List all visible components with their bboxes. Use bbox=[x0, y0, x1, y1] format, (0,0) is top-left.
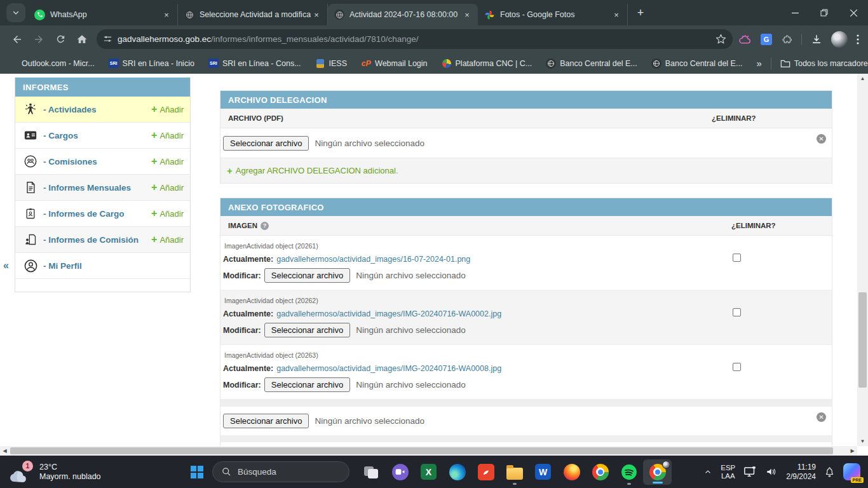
bookmark-banco-central-2[interactable]: Banco Central del E... bbox=[651, 58, 743, 69]
sidebar-item-informes-mensuales[interactable]: - Informes Mensuales +Añadir bbox=[15, 175, 190, 201]
site-settings-icon[interactable] bbox=[103, 34, 112, 44]
taskbar-search[interactable]: Búsqueda bbox=[212, 461, 349, 482]
tab-actividad-active[interactable]: Actividad 2024-07-16 08:00:00 × bbox=[328, 4, 478, 25]
spotify-button[interactable] bbox=[614, 458, 643, 487]
sidebar-item-mi-perfil[interactable]: - Mi Perfil bbox=[15, 253, 190, 279]
no-file-text: Ningún archivo seleccionado bbox=[356, 325, 466, 335]
scroll-left-arrow[interactable]: ◀ bbox=[0, 446, 10, 456]
help-icon[interactable]: ? bbox=[261, 222, 269, 230]
bookmark-sri-inicio[interactable]: SRI SRI en Línea - Inicio bbox=[109, 58, 194, 69]
notifications-bell-icon[interactable] bbox=[824, 466, 835, 478]
current-file-link[interactable]: gadvallehermoso/actividad_images/IMG-202… bbox=[276, 309, 501, 318]
sidebar-item-informes-cargo[interactable]: - Informes de Cargo +Añadir bbox=[15, 201, 190, 227]
bookmark-star-icon[interactable] bbox=[715, 34, 726, 44]
language-indicator[interactable]: ESPLAA bbox=[721, 464, 735, 480]
extensions-puzzle-icon[interactable] bbox=[781, 34, 792, 45]
current-file-link[interactable]: gadvallehermoso/actividad_images/IMG-202… bbox=[276, 364, 501, 373]
file-explorer-button[interactable] bbox=[500, 458, 529, 487]
image-form-row: ImagenActividad object (20262) Actualmen… bbox=[220, 290, 832, 345]
tab-close-icon[interactable]: × bbox=[611, 9, 622, 20]
translate-extension-icon[interactable]: G bbox=[761, 34, 772, 45]
back-button[interactable] bbox=[6, 29, 28, 50]
add-comision-link[interactable]: +Añadir bbox=[151, 156, 184, 167]
tab-close-icon[interactable]: × bbox=[461, 9, 473, 20]
weather-extension-icon[interactable] bbox=[739, 34, 752, 44]
tab-close-icon[interactable]: × bbox=[311, 9, 322, 20]
add-cargo-link[interactable]: +Añadir bbox=[151, 130, 184, 141]
tab-whatsapp[interactable]: WhatsApp × bbox=[28, 4, 178, 25]
scroll-right-arrow[interactable]: ▶ bbox=[848, 446, 857, 456]
copilot-button[interactable]: PRE bbox=[843, 463, 860, 480]
tray-chevron-up-icon[interactable] bbox=[703, 468, 712, 477]
profile-avatar[interactable] bbox=[831, 31, 848, 48]
horizontal-scroll-thumb[interactable] bbox=[10, 447, 833, 454]
remove-row-icon[interactable]: ✕ bbox=[817, 412, 826, 422]
pdf-app-button[interactable] bbox=[471, 458, 500, 487]
add-delegation-row[interactable]: + Agregar ARCHIVO DELEGACION adicional. bbox=[220, 158, 832, 183]
menu-kebab-icon[interactable] bbox=[857, 34, 859, 44]
volume-icon[interactable] bbox=[766, 466, 778, 477]
current-file-link[interactable]: gadvallehermoso/actividad_images/16-07-2… bbox=[276, 255, 470, 264]
delete-checkbox[interactable] bbox=[733, 363, 741, 371]
bookmarks-overflow-button[interactable]: » bbox=[756, 58, 761, 69]
clock[interactable]: 11:192/9/2024 bbox=[786, 463, 816, 482]
sidebar-item-informes-comision[interactable]: - Informes de Comisión +Añadir bbox=[15, 227, 190, 253]
current-label: Actualmente: bbox=[223, 309, 273, 318]
bookmark-sri-consultas[interactable]: SRI SRI en Línea - Cons... bbox=[208, 58, 301, 69]
delete-checkbox[interactable] bbox=[733, 254, 741, 262]
edge-button[interactable] bbox=[443, 458, 471, 487]
select-file-button[interactable]: Seleccionar archivo bbox=[223, 136, 309, 151]
sidebar-item-cargos[interactable]: - Cargos +Añadir bbox=[15, 123, 190, 149]
chrome-button[interactable] bbox=[586, 458, 614, 487]
tab-seleccione-actividad[interactable]: Seleccione Actividad a modifica × bbox=[178, 4, 328, 25]
all-bookmarks-button[interactable]: Todos los marcadores bbox=[780, 58, 868, 69]
add-informe-cargo-link[interactable]: +Añadir bbox=[151, 208, 184, 219]
bookmark-iess[interactable]: IESS bbox=[315, 58, 348, 69]
chrome-active-window-button[interactable] bbox=[643, 459, 672, 485]
add-informe-comision-link[interactable]: +Añadir bbox=[151, 234, 184, 245]
sidebar-item-label: - Informes Mensuales bbox=[43, 183, 131, 193]
vertical-scroll-thumb[interactable] bbox=[858, 292, 867, 388]
add-actividad-link[interactable]: +Añadir bbox=[151, 104, 184, 115]
tab-search-button[interactable] bbox=[6, 3, 25, 22]
address-bar[interactable]: gadvallehermoso.gob.ec/informes/informes… bbox=[97, 29, 733, 49]
sidebar-item-comisiones[interactable]: - Comisiones +Añadir bbox=[15, 149, 190, 175]
word-button[interactable]: W bbox=[529, 458, 557, 487]
sidebar-item-actividades[interactable]: - Actividades +Añadir bbox=[15, 97, 190, 123]
network-display-icon[interactable] bbox=[743, 466, 757, 478]
excel-button[interactable]: X bbox=[414, 458, 443, 487]
firefox-button[interactable] bbox=[557, 458, 586, 487]
select-file-button[interactable]: Seleccionar archivo bbox=[223, 414, 309, 428]
bookmark-banco-central-1[interactable]: Banco Central del E... bbox=[546, 58, 637, 69]
scroll-up-arrow[interactable]: ▲ bbox=[857, 74, 868, 83]
reload-button[interactable] bbox=[50, 29, 71, 50]
tab-close-icon[interactable]: × bbox=[161, 9, 172, 20]
horizontal-scrollbar[interactable]: ◀ ▶ bbox=[0, 446, 857, 456]
downloads-icon[interactable] bbox=[811, 34, 822, 45]
video-call-app-button[interactable] bbox=[386, 458, 414, 487]
forward-button[interactable] bbox=[28, 29, 50, 50]
select-file-button[interactable]: Seleccionar archivo bbox=[264, 268, 350, 283]
tab-google-fotos[interactable]: Fotos - Google Fotos × bbox=[478, 4, 628, 25]
select-file-button[interactable]: Seleccionar archivo bbox=[264, 377, 350, 392]
add-informe-mensual-link[interactable]: +Añadir bbox=[151, 182, 184, 193]
start-button[interactable] bbox=[186, 461, 208, 484]
add-delegation-link[interactable]: Agregar ARCHIVO DELEGACION adicional. bbox=[236, 166, 398, 175]
select-file-button[interactable]: Seleccionar archivo bbox=[264, 323, 350, 337]
scroll-down-arrow[interactable]: ▼ bbox=[857, 437, 868, 446]
bookmark-webmail[interactable]: cP Webmail Login bbox=[361, 58, 427, 69]
bookmark-cnc[interactable]: Plataforma CNC | C... bbox=[442, 58, 532, 69]
restore-icon[interactable] bbox=[810, 0, 839, 25]
home-button[interactable] bbox=[71, 29, 93, 50]
object-label: ImagenActividad object (20263) bbox=[224, 351, 832, 359]
sidebar-collapse-button[interactable]: « bbox=[3, 260, 9, 271]
bookmark-outlook[interactable]: Outlook.com - Micr... bbox=[8, 58, 95, 69]
close-icon[interactable] bbox=[839, 0, 868, 25]
minimize-icon[interactable] bbox=[780, 0, 810, 25]
vertical-scrollbar[interactable]: ▲ ▼ bbox=[857, 74, 868, 446]
remove-row-icon[interactable]: ✕ bbox=[817, 134, 826, 144]
new-tab-button[interactable]: + bbox=[632, 4, 649, 22]
delete-checkbox[interactable] bbox=[733, 308, 741, 316]
task-view-button[interactable] bbox=[357, 458, 386, 487]
weather-widget[interactable]: 1 23°C Mayorm. nublado bbox=[9, 461, 155, 484]
